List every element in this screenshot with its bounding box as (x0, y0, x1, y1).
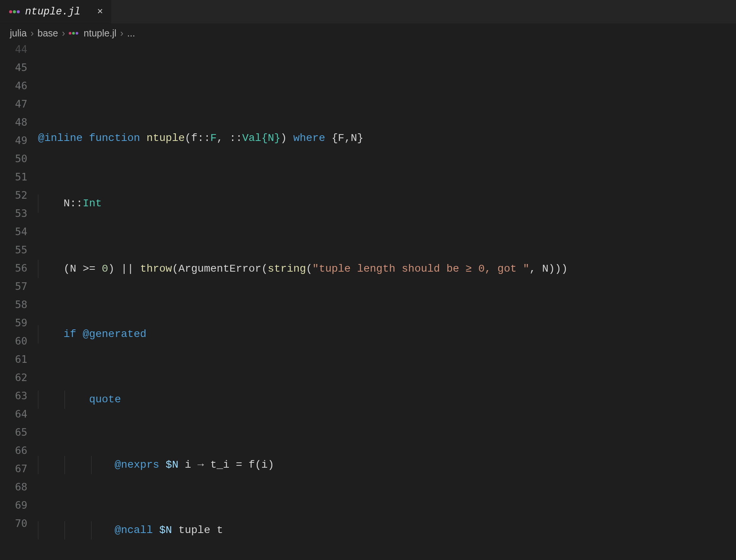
line-number: 57 (0, 277, 38, 296)
line-number: 63 (0, 387, 38, 405)
line-number: 56 (0, 259, 38, 277)
line-number-gutter: 44 45 46 47 48 49 50 51 52 53 54 55 56 5… (0, 43, 38, 560)
julia-file-icon (69, 32, 78, 35)
line-number: 46 (0, 77, 38, 95)
code-line: @nexprs $N i → t_i = f(i) (38, 456, 736, 474)
line-number: 65 (0, 423, 38, 441)
line-number: 68 (0, 478, 38, 496)
code-line: quote (38, 391, 736, 409)
breadcrumb: julia › base › ntuple.jl › ... (0, 24, 736, 43)
crumb-base[interactable]: base (38, 28, 58, 39)
code-line: @inline function ntuple(f::F, ::Val{N}) … (38, 129, 736, 147)
line-number: 66 (0, 441, 38, 460)
line-number: 61 (0, 350, 38, 369)
chevron-right-icon: › (30, 28, 33, 39)
code-line: @ncall $N tuple t (38, 521, 736, 539)
code-editor[interactable]: 44 45 46 47 48 49 50 51 52 53 54 55 56 5… (0, 43, 736, 560)
line-number: 55 (0, 241, 38, 259)
code-line: (N >= 0) || throw(ArgumentError(string("… (38, 260, 736, 278)
line-number: 50 (0, 150, 38, 168)
chevron-right-icon: › (62, 28, 65, 39)
line-number: 58 (0, 296, 38, 314)
close-icon[interactable]: × (97, 7, 103, 17)
code-line: N::Int (38, 195, 736, 213)
crumb-julia[interactable]: julia (10, 28, 27, 39)
line-number: 51 (0, 168, 38, 186)
line-number: 45 (0, 59, 38, 77)
line-number: 53 (0, 204, 38, 223)
code-area[interactable]: @inline function ntuple(f::F, ::Val{N}) … (38, 43, 736, 560)
line-number: 47 (0, 95, 38, 113)
crumb-more[interactable]: ... (127, 28, 135, 39)
line-number: 54 (0, 223, 38, 241)
tab-bar: ntuple.jl × (0, 0, 736, 24)
line-number: 69 (0, 496, 38, 514)
tab-filename: ntuple.jl (25, 6, 81, 17)
line-number: 60 (0, 332, 38, 350)
line-number: 64 (0, 405, 38, 423)
crumb-file[interactable]: ntuple.jl (84, 28, 116, 39)
julia-file-icon (9, 10, 20, 13)
editor-root: ntuple.jl × julia › base › ntuple.jl › .… (0, 0, 736, 560)
line-number: 48 (0, 113, 38, 131)
line-number: 44 (0, 43, 38, 56)
code-line: if @generated (38, 325, 736, 343)
tab-ntuple[interactable]: ntuple.jl × (0, 0, 112, 24)
line-number: 67 (0, 460, 38, 478)
line-number: 62 (0, 369, 38, 387)
line-number: 49 (0, 131, 38, 150)
line-number: 59 (0, 314, 38, 332)
chevron-right-icon: › (120, 28, 123, 39)
line-number: 52 (0, 186, 38, 204)
line-number: 70 (0, 514, 38, 533)
